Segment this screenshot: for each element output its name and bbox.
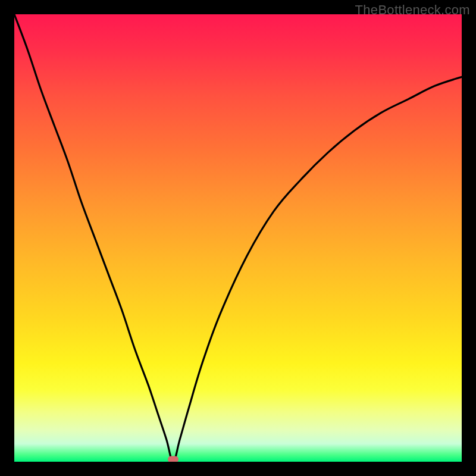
curve-svg [14,14,462,462]
bottleneck-curve [14,14,462,462]
plot-area [14,14,462,462]
vertex-marker-icon [168,456,178,462]
watermark-text: TheBottleneck.com [355,2,470,18]
chart-stage: TheBottleneck.com [0,0,476,476]
